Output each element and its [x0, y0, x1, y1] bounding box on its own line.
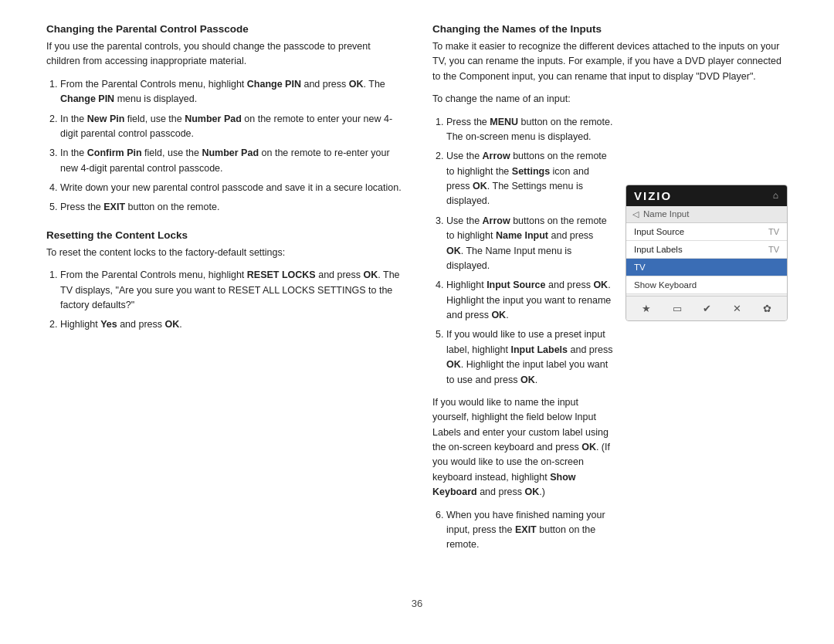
section-rename-inputs-intro: To make it easier to recognize the diffe… [432, 39, 788, 84]
section-rename-inputs-steps: Press the MENU button on the remote. The… [432, 115, 613, 388]
right-text: Press the MENU button on the remote. The… [432, 115, 613, 561]
tv-header: VIZIO ⌂ [626, 185, 787, 206]
list-item: Use the Arrow buttons on the remote to h… [446, 149, 613, 209]
tv-menu-tv-highlighted: TV [626, 259, 787, 276]
star-icon: ★ [642, 303, 651, 314]
section-parental-passcode-heading: Changing the Parental Control Passcode [46, 23, 402, 35]
section-reset-locks-steps: From the Parental Controls menu, highlig… [46, 268, 402, 333]
section-rename-inputs-steps-cont: When you have finished naming your input… [432, 508, 613, 553]
section-reset-locks-heading: Resetting the Content Locks [46, 229, 402, 241]
back-arrow-icon: ◁ [632, 209, 639, 219]
left-column: Changing the Parental Control Passcode I… [46, 23, 402, 575]
tv-menu-input-source-value: TV [768, 227, 779, 236]
tv-menu-input-labels-label: Input Labels [634, 245, 683, 254]
rectangle-icon: ▭ [673, 303, 682, 314]
section-reset-locks-intro: To reset the content locks to the factor… [46, 246, 402, 260]
tv-back-label: Name Input [643, 209, 689, 219]
tv-menu-show-keyboard: Show Keyboard [626, 276, 787, 294]
home-icon: ⌂ [773, 190, 779, 201]
right-section-inner: Press the MENU button on the remote. The… [432, 115, 788, 561]
tv-menu-input-labels-value: TV [768, 245, 779, 254]
tv-ui-mockup: VIZIO ⌂ ◁ Name Input Input Source TV I [626, 185, 788, 561]
page-content: Changing the Parental Control Passcode I… [46, 23, 788, 575]
list-item: In the Confirm Pin field, use the Number… [60, 146, 402, 176]
list-item: In the New Pin field, use the Number Pad… [60, 112, 402, 142]
tv-menu-input-labels: Input Labels TV [626, 241, 787, 259]
list-item: From the Parental Controls menu, highlig… [60, 268, 402, 313]
section-parental-passcode-steps: From the Parental Controls menu, highlig… [46, 77, 402, 215]
list-item: When you have finished naming your input… [446, 508, 613, 553]
list-item: Press the MENU button on the remote. The… [446, 115, 613, 145]
section-reset-locks: Resetting the Content Locks To reset the… [46, 229, 402, 333]
section-parental-passcode: Changing the Parental Control Passcode I… [46, 23, 402, 215]
list-item: Use the Arrow buttons on the remote to h… [446, 214, 613, 274]
tv-remote-icons: ★ ▭ ✔ ✕ ✿ [626, 296, 787, 320]
list-item: If you would like to use a preset input … [446, 327, 613, 388]
section-rename-inputs-heading: Changing the Names of the Inputs [432, 23, 788, 35]
gear-icon: ✿ [763, 303, 771, 314]
list-item: Write down your new parental control pas… [60, 181, 402, 195]
vizio-logo: VIZIO [634, 189, 672, 202]
tv-menu-input-source-label: Input Source [634, 227, 684, 236]
list-item: From the Parental Controls menu, highlig… [60, 77, 402, 107]
page-number: 36 [46, 598, 788, 609]
list-item: Press the EXIT button on the remote. [60, 200, 402, 215]
close-x-icon: ✕ [733, 303, 741, 314]
check-icon: ✔ [703, 303, 711, 314]
tv-screen: VIZIO ⌂ ◁ Name Input Input Source TV I [626, 185, 788, 321]
right-column: Changing the Names of the Inputs To make… [432, 23, 788, 575]
tv-back-row: ◁ Name Input [626, 206, 787, 223]
tv-menu-input-source: Input Source TV [626, 223, 787, 241]
section-rename-inputs: Changing the Names of the Inputs To make… [432, 23, 788, 561]
section-rename-inputs-subintro: To change the name of an input: [432, 92, 788, 107]
tv-menu-tv-label: TV [634, 263, 646, 272]
list-item: Highlight Input Source and press OK. Hig… [446, 278, 613, 323]
section-parental-passcode-intro: If you use the parental controls, you sh… [46, 39, 402, 69]
custom-label-para: If you would like to name the input your… [432, 395, 613, 500]
tv-menu-show-keyboard-label: Show Keyboard [634, 280, 697, 290]
list-item: Highlight Yes and press OK. [60, 317, 402, 332]
